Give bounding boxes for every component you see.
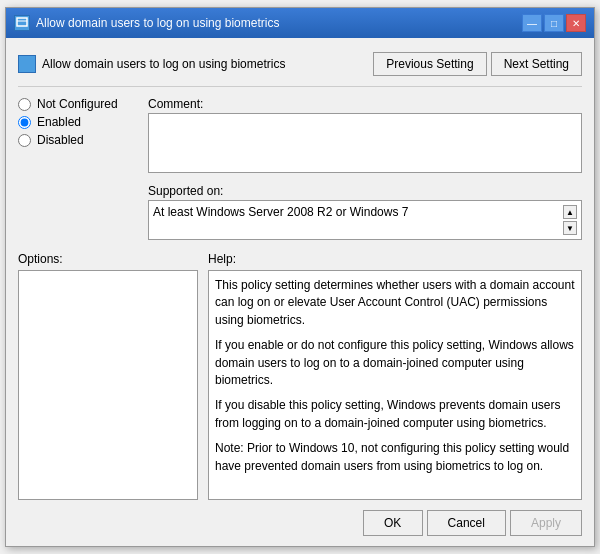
next-setting-button[interactable]: Next Setting xyxy=(491,52,582,76)
help-para-2: If you enable or do not configure this p… xyxy=(215,337,575,389)
supported-scrollbar: ▲ ▼ xyxy=(563,205,577,235)
help-box: This policy setting determines whether u… xyxy=(208,270,582,500)
maximize-button[interactable]: □ xyxy=(544,14,564,32)
comment-textarea[interactable] xyxy=(148,113,582,173)
bottom-buttons: OK Cancel Apply xyxy=(18,510,582,536)
help-label: Help: xyxy=(208,252,582,266)
policy-title-text: Allow domain users to log on using biome… xyxy=(42,57,285,71)
scroll-down-arrow[interactable]: ▼ xyxy=(563,221,577,235)
comment-label: Comment: xyxy=(148,97,582,111)
not-configured-row: Not Configured xyxy=(18,97,138,111)
not-configured-label[interactable]: Not Configured xyxy=(37,97,118,111)
main-area: Not Configured Enabled Disabled Comment: xyxy=(18,97,582,248)
window-icon xyxy=(14,15,30,31)
header-buttons: Previous Setting Next Setting xyxy=(373,52,582,76)
supported-section: Supported on: At least Windows Server 20… xyxy=(148,184,582,240)
scroll-up-arrow[interactable]: ▲ xyxy=(563,205,577,219)
svg-rect-0 xyxy=(17,18,27,26)
title-bar: Allow domain users to log on using biome… xyxy=(6,8,594,38)
header-row: Allow domain users to log on using biome… xyxy=(18,46,582,87)
title-bar-left: Allow domain users to log on using biome… xyxy=(14,15,279,31)
help-para-3: If you disable this policy setting, Wind… xyxy=(215,397,575,432)
help-panel: Help: This policy setting determines whe… xyxy=(208,252,582,500)
supported-label: Supported on: xyxy=(148,184,582,198)
enabled-label[interactable]: Enabled xyxy=(37,115,81,129)
radio-section: Not Configured Enabled Disabled xyxy=(18,97,138,147)
policy-icon xyxy=(18,55,36,73)
options-box xyxy=(18,270,198,500)
disabled-label[interactable]: Disabled xyxy=(37,133,84,147)
main-window: Allow domain users to log on using biome… xyxy=(5,7,595,547)
header-title: Allow domain users to log on using biome… xyxy=(18,55,285,73)
ok-button[interactable]: OK xyxy=(363,510,423,536)
minimize-button[interactable]: — xyxy=(522,14,542,32)
apply-button[interactable]: Apply xyxy=(510,510,582,536)
enabled-radio[interactable] xyxy=(18,116,31,129)
prev-setting-button[interactable]: Previous Setting xyxy=(373,52,486,76)
disabled-row: Disabled xyxy=(18,133,138,147)
enabled-row: Enabled xyxy=(18,115,138,129)
window-title: Allow domain users to log on using biome… xyxy=(36,16,279,30)
lower-section: Options: Help: This policy setting deter… xyxy=(18,252,582,500)
right-panel: Comment: Supported on: At least Windows … xyxy=(148,97,582,248)
options-label: Options: xyxy=(18,252,198,266)
supported-box: At least Windows Server 2008 R2 or Windo… xyxy=(148,200,582,240)
not-configured-radio[interactable] xyxy=(18,98,31,111)
help-para-4: Note: Prior to Windows 10, not configuri… xyxy=(215,440,575,475)
title-bar-buttons: — □ ✕ xyxy=(522,14,586,32)
dialog-content: Allow domain users to log on using biome… xyxy=(6,38,594,546)
help-para-1: This policy setting determines whether u… xyxy=(215,277,575,329)
cancel-button[interactable]: Cancel xyxy=(427,510,506,536)
close-button[interactable]: ✕ xyxy=(566,14,586,32)
left-panel: Not Configured Enabled Disabled xyxy=(18,97,138,248)
options-panel: Options: xyxy=(18,252,198,500)
supported-value: At least Windows Server 2008 R2 or Windo… xyxy=(153,205,563,219)
disabled-radio[interactable] xyxy=(18,134,31,147)
